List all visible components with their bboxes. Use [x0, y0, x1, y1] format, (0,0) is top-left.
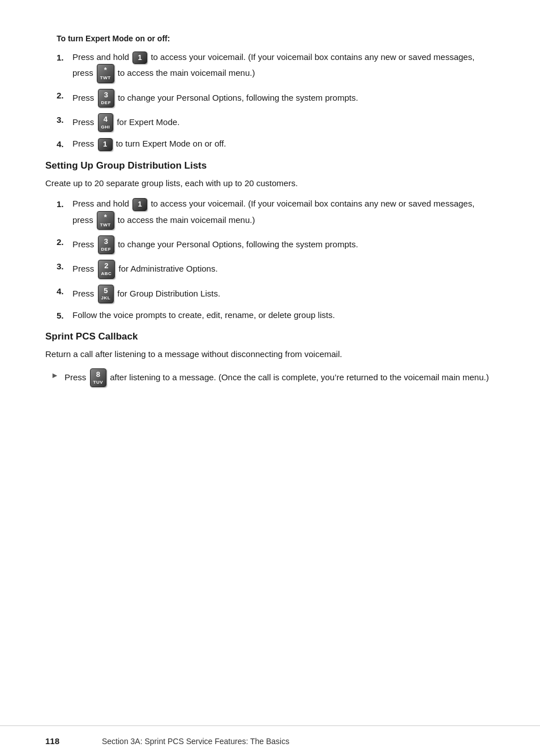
- key-1-button: 1: [132, 51, 147, 65]
- step-num: 3.: [57, 260, 72, 273]
- bullet-arrow-icon: ►: [51, 370, 65, 381]
- step-num: 5.: [57, 310, 72, 322]
- step-content: Follow the voice prompts to create, edit…: [72, 309, 495, 321]
- step-num: 2.: [57, 89, 72, 102]
- step-content: Press 3DEF to change your Personal Optio…: [72, 89, 495, 108]
- table-row: 4. Press 1 to turn Expert Mode on or off…: [57, 138, 495, 151]
- section1-para: Create up to 20 separate group lists, ea…: [45, 177, 495, 190]
- press-text: Press: [72, 139, 97, 148]
- key-1c-button: 1: [132, 198, 147, 211]
- table-row: 2. Press 3DEF to change your Personal Op…: [57, 89, 495, 108]
- gd-step3-text: for Administrative Options.: [119, 264, 218, 273]
- key-3-button: 3DEF: [98, 89, 115, 108]
- step-num: 1.: [57, 198, 72, 211]
- press-text: Press: [72, 117, 97, 127]
- key-1b-button: 1: [98, 138, 113, 151]
- step-num: 2.: [57, 236, 72, 248]
- key-star-button: *TWT: [97, 64, 114, 83]
- group-dist-list: 1. Press and hold 1 to access your voice…: [57, 197, 495, 321]
- footer-section-label: Section 3A: Sprint PCS Service Features:…: [102, 737, 289, 746]
- intro-label: To turn Expert Mode on or off:: [57, 34, 495, 43]
- step-content: Press 2ABC for Administrative Options.: [72, 260, 495, 278]
- press-text: Press: [72, 288, 97, 298]
- section2-para: Return a call after listening to a messa…: [45, 348, 495, 361]
- step-num: 4.: [57, 138, 72, 151]
- table-row: 3. Press 4GHI for Expert Mode.: [57, 113, 495, 132]
- key-3b-button: 3DEF: [98, 235, 115, 254]
- section1-heading: Setting Up Group Distribution Lists: [45, 160, 495, 171]
- table-row: 5. Follow the voice prompts to create, e…: [57, 309, 495, 322]
- step-num: 4.: [57, 285, 72, 298]
- step-content: Press 4GHI for Expert Mode.: [72, 113, 495, 132]
- table-row: 3. Press 2ABC for Administrative Options…: [57, 260, 495, 278]
- key-8-button: 8TUV: [90, 368, 107, 387]
- step3-text: for Expert Mode.: [117, 117, 179, 127]
- step-num: 3.: [57, 114, 72, 126]
- step1-text-after2: to access the main voicemail menu.): [118, 68, 255, 78]
- callback-list: ► Press 8TUV after listening to a messag…: [51, 368, 495, 387]
- step-num: 1.: [57, 51, 72, 64]
- main-content: To turn Expert Mode on or off: 1. Press …: [45, 34, 495, 441]
- key-4-button: 4GHI: [98, 113, 114, 132]
- key-5-button: 5JKL: [98, 285, 114, 303]
- section2-heading: Sprint PCS Callback: [45, 331, 495, 342]
- gd-step4-text: for Group Distribution Lists.: [117, 288, 220, 298]
- callback-step-content: Press 8TUV after listening to a message.…: [65, 368, 495, 387]
- step-content: Press 5JKL for Group Distribution Lists.: [72, 285, 495, 303]
- step-content: Press 3DEF to change your Personal Optio…: [72, 235, 495, 254]
- list-item: ► Press 8TUV after listening to a messag…: [51, 368, 495, 387]
- press-text: Press: [72, 264, 97, 273]
- press-hold-text: Press and hold: [72, 199, 131, 208]
- step4-text: to turn Expert Mode on or off.: [116, 139, 226, 148]
- footer-bar: 118 Section 3A: Sprint PCS Service Featu…: [0, 725, 540, 756]
- press-text: Press: [72, 92, 97, 102]
- table-row: 1. Press and hold 1 to access your voice…: [57, 51, 495, 83]
- callback-text: after listening to a message. (Once the …: [110, 372, 489, 382]
- key-star2-button: *TWT: [97, 211, 114, 230]
- gd-step5-text: Follow the voice prompts to create, edit…: [72, 310, 335, 320]
- step-content: Press and hold 1 to access your voicemai…: [72, 51, 495, 83]
- gd-step2-text: to change your Personal Options, followi…: [118, 239, 358, 249]
- gd-step1-text2: to access the main voicemail menu.): [118, 214, 255, 224]
- step-content: Press and hold 1 to access your voicemai…: [72, 197, 495, 230]
- footer-page-number: 118: [45, 736, 79, 746]
- step-content: Press 1 to turn Expert Mode on or off.: [72, 138, 495, 151]
- table-row: 2. Press 3DEF to change your Personal Op…: [57, 235, 495, 254]
- expert-mode-list: 1. Press and hold 1 to access your voice…: [57, 51, 495, 151]
- press-text: Press: [65, 372, 89, 382]
- key-2-button: 2ABC: [98, 260, 115, 278]
- table-row: 1. Press and hold 1 to access your voice…: [57, 197, 495, 230]
- press-hold-text: Press and hold: [72, 52, 131, 62]
- table-row: 4. Press 5JKL for Group Distribution Lis…: [57, 285, 495, 303]
- step2-text: to change your Personal Options, followi…: [118, 92, 358, 102]
- press-text: Press: [72, 239, 97, 249]
